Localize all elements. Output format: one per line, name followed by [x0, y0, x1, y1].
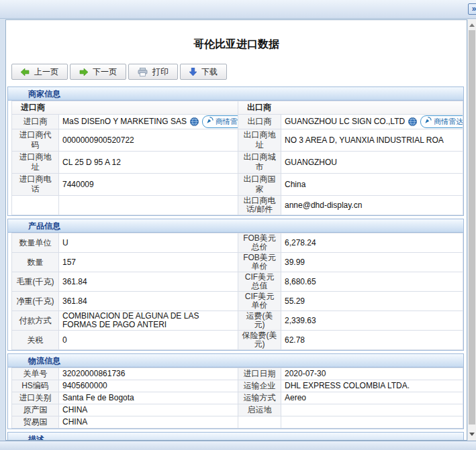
print-label: 打印 — [152, 66, 169, 78]
section-merchant: 商家信息 进口商 出口商 进口商 MaS DISEnO Y MARKET — [7, 87, 464, 216]
table-row: 关税 0 保险费(美元) 62.78 — [12, 331, 463, 350]
print-button[interactable]: 打印 — [128, 64, 178, 80]
window-titlebar — [0, 0, 476, 19]
row-value: 361.84 — [59, 292, 238, 311]
row-label: 运费(美元) — [238, 311, 281, 331]
row-label: 关单号 — [12, 368, 59, 380]
row-label: 出口商地址 — [238, 129, 281, 152]
scrollbar-thumb[interactable] — [469, 30, 475, 425]
toolbar: 上一页 下一页 打印 — [11, 64, 467, 80]
row-value — [281, 416, 463, 429]
table-row: 净重(千克) 361.84 CIF美元单价 55.29 — [12, 292, 463, 311]
table-row: 数量单位 U FOB美元总价 6,278.24 — [12, 233, 463, 253]
row-value: CHINA — [59, 416, 238, 429]
row-value: Aereo — [281, 392, 463, 404]
row-label: 数量单位 — [12, 233, 59, 253]
row-label: 出口商城市 — [238, 152, 281, 174]
row-label: 进口商地址 — [12, 152, 59, 174]
collapse-button[interactable]: » — [468, 3, 476, 15]
row-value — [59, 196, 238, 215]
section-header-description: 描述 — [8, 433, 463, 441]
row-label: 关税 — [12, 331, 59, 350]
radar-label: 商情雷达 — [216, 117, 238, 127]
row-value: 9405600000 — [59, 380, 238, 392]
printer-icon — [138, 68, 148, 76]
row-label: 进口关别 — [12, 392, 59, 404]
row-label: 毛重(千克) — [12, 272, 59, 292]
table-row: 进口商地址 CL 25 D 95 A 12 出口商城市 GUANGZHOU — [12, 152, 463, 174]
row-value: 2020-07-30 — [281, 368, 463, 380]
row-value: Santa Fe de Bogota — [59, 392, 238, 404]
section-product: 产品信息 数量单位 U FOB美元总价 6,278.24 数量 157 — [7, 219, 464, 351]
page-title: 哥伦比亚进口数据 — [6, 38, 467, 52]
scroll-up-button[interactable] — [468, 21, 476, 29]
row-value: 32020000861736 — [59, 368, 238, 380]
row-value: 157 — [59, 253, 238, 272]
row-label: 进口商代码 — [12, 129, 59, 152]
merchant-subheader-row: 进口商 出口商 — [12, 101, 463, 115]
row-value: COMBINACION DE ALGUNA DE LAS FORMAS DE P… — [59, 311, 238, 331]
row-value: CHINA — [59, 404, 238, 416]
row-value — [281, 404, 463, 416]
row-value: NO 3 AREA D, YUANXIA INDUSTRIAL ROA — [281, 129, 463, 152]
table-row: 毛重(千克) 361.84 CIF美元总值 8,680.65 — [12, 272, 463, 292]
row-label: 出口商 — [238, 115, 281, 129]
radar-button[interactable]: 商情雷达 — [420, 115, 463, 128]
row-value: 55.29 — [281, 292, 463, 311]
double-chevron-icon: » — [472, 4, 476, 13]
row-label: CIF美元单价 — [238, 292, 281, 311]
logistics-table: 关单号 32020000861736 进口日期 2020-07-30 HS编码 … — [11, 368, 463, 429]
table-row: 关单号 32020000861736 进口日期 2020-07-30 — [12, 368, 463, 380]
row-label: 保险费(美元) — [238, 331, 281, 350]
row-label: 付款方式 — [12, 311, 59, 331]
table-row: 付款方式 COMBINACION DE ALGUNA DE LAS FORMAS… — [12, 311, 463, 331]
exporter-name: GUANGZHOU LC SIGN CO.,LTD — [285, 117, 405, 127]
scroll-down-button[interactable] — [468, 430, 476, 438]
row-value: 6,278.24 — [281, 233, 463, 253]
row-value: 361.84 — [59, 272, 238, 292]
row-value: U — [59, 233, 238, 253]
table-row: 原产国 CHINA 启运地 — [12, 404, 463, 416]
table-row: 出口商电话/邮件 anne@dhd-display.cn — [12, 196, 463, 215]
section-header-product: 产品信息 — [8, 219, 463, 233]
exporter-column-header: 出口商 — [238, 101, 463, 115]
row-label: 进口日期 — [238, 368, 281, 380]
table-row: 进口商电话 7440009 出口商国家 China — [12, 174, 463, 196]
section-header-merchant: 商家信息 — [8, 87, 463, 101]
download-button[interactable]: 下载 — [180, 64, 227, 80]
table-row: 贸易国 CHINA — [12, 416, 463, 429]
row-label: 运输方式 — [238, 392, 281, 404]
table-row: 数量 157 FOB美元单价 39.99 — [12, 253, 463, 272]
globe-icon[interactable] — [190, 117, 199, 126]
row-label — [238, 416, 281, 429]
row-value: 0 — [59, 331, 238, 350]
radar-label: 商情雷达 — [434, 117, 463, 127]
prev-page-button[interactable]: 上一页 — [11, 64, 68, 80]
next-page-label: 下一页 — [93, 66, 117, 78]
row-label: 进口商 — [12, 115, 59, 129]
row-label: 进口商电话 — [12, 174, 59, 196]
content-panel: 哥伦比亚进口数据 上一页 下一页 — [5, 19, 467, 441]
radar-icon — [206, 117, 213, 127]
row-value: DHL EXPRESS COLOMBIA LTDA. — [281, 380, 463, 392]
row-value: 2,339.63 — [281, 311, 463, 331]
triangle-down-icon — [469, 433, 475, 436]
section-description: 描述 产品详细描述 DO 32009655 FACTURAS 202007040… — [7, 432, 464, 441]
row-value: 39.99 — [281, 253, 463, 272]
row-value: anne@dhd-display.cn — [281, 196, 463, 215]
vertical-scrollbar[interactable] — [468, 19, 476, 441]
triangle-up-icon — [469, 23, 475, 27]
row-label: 原产国 — [12, 404, 59, 416]
window-bottom-edge — [0, 441, 476, 450]
radar-icon — [424, 117, 432, 127]
globe-icon[interactable] — [408, 117, 417, 126]
row-label: 出口商国家 — [238, 174, 281, 196]
row-value: 8,680.65 — [281, 272, 463, 292]
table-row: 进口商代码 0000000900520722 出口商地址 NO 3 AREA D… — [12, 129, 463, 152]
radar-button[interactable]: 商情雷达 — [202, 115, 238, 128]
table-row: HS编码 9405600000 运输企业 DHL EXPRESS COLOMBI… — [12, 380, 463, 392]
row-label — [12, 196, 59, 215]
sections-container: 商家信息 进口商 出口商 进口商 MaS DISEnO Y MARKET — [7, 87, 464, 441]
next-page-button[interactable]: 下一页 — [70, 64, 126, 80]
section-header-logistics: 物流信息 — [8, 354, 463, 368]
